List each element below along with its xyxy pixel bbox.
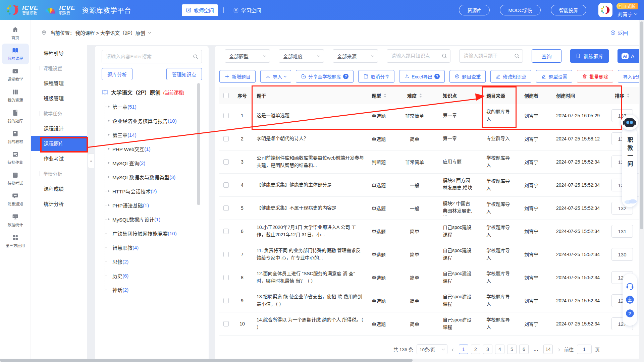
filter-input-knowledge-point-field[interactable] [387, 49, 450, 63]
nav-teacher-space[interactable]: 教师空间 [182, 4, 218, 16]
row-checkbox[interactable] [223, 159, 229, 165]
prev-page-button[interactable] [451, 346, 455, 353]
back-button[interactable]: 返回 [610, 29, 628, 36]
filter-select-source[interactable]: 全部来源 [333, 49, 378, 63]
submenu-item-course-guide[interactable]: 课程引导 [31, 45, 87, 60]
row-checkbox[interactable] [223, 182, 229, 188]
train-bank-button[interactable]: 训练题库 [570, 49, 609, 63]
sort-icons[interactable] [419, 94, 422, 98]
bank-analysis-button[interactable]: 题库分析 [102, 68, 132, 80]
search-icon[interactable] [193, 54, 199, 60]
toolbar-cancel-share-button[interactable]: 取消分享 [358, 70, 394, 83]
tree-node[interactable]: 企业经济业务核算与报告(10) [102, 114, 202, 128]
assistant-pill[interactable]: 职教一问 [622, 127, 637, 207]
row-checkbox[interactable] [223, 205, 229, 211]
page-14[interactable]: 14 [543, 345, 553, 354]
toolbar-import-button[interactable]: 导入 [260, 70, 291, 83]
sidebar-item-classroom-teaching[interactable]: 课堂教学 [2, 64, 29, 85]
submenu-item-course-management[interactable]: 课程管理 [31, 75, 87, 90]
tree-node[interactable]: MySQL数据库设计(1) [102, 212, 202, 226]
sidebar-item-pending-exams[interactable]: 待批考试 [2, 168, 29, 189]
tree-node[interactable]: 第一章(51) [102, 100, 202, 114]
customer-service-icon[interactable] [625, 281, 635, 291]
sort-value-input[interactable]: 131 [611, 225, 633, 238]
cell-stem[interactable]: 【健康史采集】不属于现病史的内容是 [252, 204, 369, 212]
sidebar-item-home[interactable]: 首页 [2, 23, 29, 44]
row-checkbox[interactable] [223, 275, 229, 280]
page-3[interactable]: 3 [483, 345, 492, 354]
toolbar-add-question-button[interactable]: 新增题目 [219, 70, 256, 83]
sidebar-item-my-resources[interactable]: 我的资源 [2, 85, 29, 106]
toolbar-share-to-school-button[interactable]: 分享至学校题库? [296, 70, 354, 83]
tree-node[interactable]: 思修(2) [102, 254, 202, 268]
vertical-scrollbar[interactable] [639, 20, 644, 362]
mini-app-logo[interactable] [598, 3, 612, 17]
next-page-button[interactable] [556, 346, 561, 353]
cell-stem[interactable]: 14.综合所得以 为一个周期计缴 纳的个人 所得税。（ ） [252, 316, 369, 331]
tree-scrollbar-thumb[interactable] [197, 83, 200, 205]
row-checkbox[interactable] [223, 136, 229, 141]
row-checkbox[interactable] [223, 229, 229, 234]
sidebar-item-message-notification[interactable]: 消息通知 [2, 189, 29, 210]
filter-select-difficulty[interactable]: 全部难度 [279, 49, 324, 63]
cell-stem[interactable]: 12.面向全体员工进行 “SSC服务的满意度 调 查” 时，哪种时机最恰 当？（… [252, 270, 369, 285]
tree-search-input[interactable] [102, 50, 202, 63]
toolbar-excel-export-button[interactable]: Excel导出? [399, 70, 445, 83]
page-5[interactable]: 5 [507, 345, 517, 354]
cell-stem[interactable]: 13.招聘渠道 能 使企业节省支出，使招 聘 费用降到最小值。（ ） [252, 293, 369, 308]
pill-mooc-academy[interactable]: MOOC学院 [500, 5, 541, 15]
query-button[interactable]: 查询 [532, 49, 561, 63]
breadcrumb-chevron-down-icon[interactable] [148, 31, 151, 33]
page-4[interactable]: 4 [495, 345, 504, 354]
tree-root-node[interactable]: 大学语文（2P）原创 (当前课程) [102, 88, 202, 96]
download-icon[interactable] [625, 295, 635, 304]
sidebar-item-my-courses[interactable]: 我的课程 [2, 44, 29, 64]
tree-node[interactable]: 广铁集团接触网技能竞赛(10) [102, 226, 202, 240]
row-checkbox[interactable] [223, 252, 229, 257]
collapse-panel-handle[interactable]: « [88, 154, 94, 168]
page-size-select[interactable]: 10条/页 [417, 344, 447, 354]
sidebar-item-third-party-apps[interactable]: 第三方应用 [2, 231, 29, 251]
cell-stem[interactable]: 10.小王2020年7月1日 大学毕业即进入A 公司 工作，截止2021年12月… [252, 224, 369, 238]
tree-node[interactable]: 智慧职教(4) [102, 240, 202, 254]
tree-node[interactable]: 第三章(14) [102, 128, 202, 142]
tree-node[interactable]: MySQL查询(2) [102, 156, 202, 170]
sidebar-item-pending-homework[interactable]: 待批作业 [2, 147, 29, 168]
cell-stem[interactable]: 【健康史采集】健康史的主体部分是 [252, 181, 369, 189]
page-2[interactable]: 2 [471, 345, 480, 354]
submenu-item-course-design[interactable]: 课程设计 [31, 121, 87, 136]
pill-resource-library[interactable]: 资源库 [459, 5, 490, 15]
breadcrumb-path[interactable]: 我的课程 > 大学语文（2P）原创 [75, 29, 145, 36]
tree-node[interactable]: MySQL数据表与数据类型(3) [102, 170, 202, 184]
row-checkbox[interactable] [223, 298, 229, 303]
filter-input-stem-field[interactable] [459, 49, 523, 63]
filter-select-question-type[interactable]: 全部题型 [225, 49, 270, 63]
submenu-item-course-grades[interactable]: 课程成绩 [31, 181, 87, 196]
sidebar-item-my-textbooks[interactable]: 我的教材 [2, 127, 29, 147]
cell-stem[interactable]: 11. 负责将不同 的业务部门特殊的假勤 管理需求反馈给专家中 心，在专业中心的… [252, 247, 369, 261]
user-menu[interactable]: 刘宵宁 [618, 10, 637, 17]
row-checkbox[interactable] [223, 113, 229, 118]
submenu-item-course-question-bank[interactable]: 课程题库 [31, 136, 87, 151]
toolbar-question-type-settings-button[interactable]: 题型设置 [536, 70, 572, 83]
page-1[interactable]: 1 [459, 345, 468, 354]
tree-node[interactable]: PHP Web交互(1) [102, 142, 202, 156]
sidebar-item-my-question-bank[interactable]: 我的题库 [2, 106, 29, 127]
sort-value-input[interactable]: 130 [611, 248, 633, 261]
submenu-item-homework-exam[interactable]: 作业考试 [31, 151, 87, 166]
manage-knowledge-button[interactable]: 管理知识点 [166, 68, 202, 80]
nav-learning-space[interactable]: 学习空间 [229, 4, 265, 16]
goto-page-input[interactable] [577, 345, 592, 354]
robot-assistant-icon[interactable] [621, 115, 638, 130]
tree-node[interactable]: 神话(2) [102, 283, 202, 297]
tree-node[interactable]: PHP语法基础(1) [102, 198, 202, 212]
sort-icons[interactable] [627, 94, 630, 98]
tree-node[interactable]: 历史(6) [102, 268, 202, 283]
submenu-item-statistical-analysis[interactable]: 统计分析 [31, 196, 87, 211]
row-checkbox[interactable] [223, 321, 229, 326]
horizontal-scrollbar[interactable] [0, 359, 644, 362]
vertical-scrollbar-thumb[interactable] [640, 21, 643, 229]
toolbar-duplicate-check-button[interactable]: 题目查重 [449, 70, 486, 83]
horizontal-scrollbar-thumb[interactable] [0, 359, 413, 362]
sort-icons[interactable] [384, 94, 386, 98]
